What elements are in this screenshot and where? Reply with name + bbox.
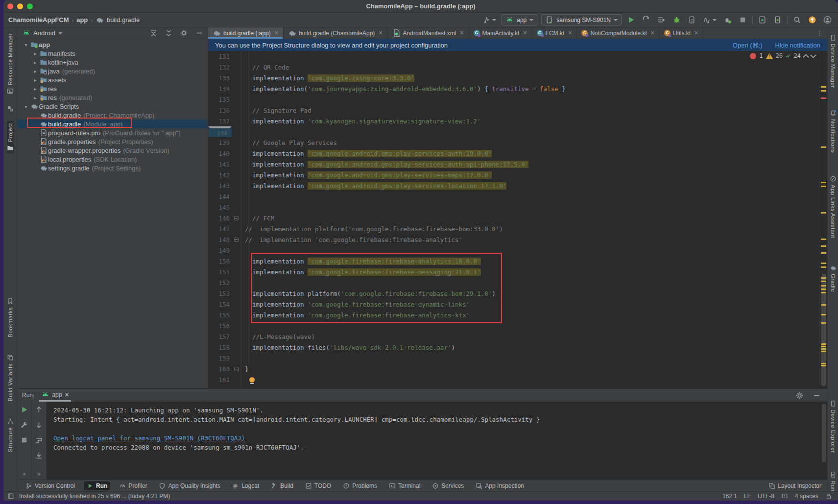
close-icon[interactable]: ✕: [64, 391, 69, 398]
close-icon[interactable]: ✕: [274, 30, 279, 36]
chevron-right-icon[interactable]: ▸: [31, 60, 39, 65]
layout-inspector-button[interactable]: Layout Inspector: [778, 482, 821, 489]
fold-icon[interactable]: [234, 216, 239, 220]
tool-window-button-logcat[interactable]: Logcat: [230, 481, 262, 490]
run-tab-app[interactable]: app ✕: [39, 389, 71, 402]
warning-count-icon[interactable]: [766, 53, 773, 59]
toolbar-device-manager-button[interactable]: [757, 15, 768, 25]
line-ending-widget[interactable]: LF: [744, 493, 751, 500]
toolbar-running-devices-button[interactable]: [772, 15, 783, 25]
stripe-button-resource-manager[interactable]: Resource Manager: [7, 31, 14, 96]
stripe-button-device-explorer[interactable]: Device Explorer: [830, 398, 837, 455]
tree-item-gradle-scripts[interactable]: ▾Gradle Scripts: [17, 102, 208, 111]
caret-position-widget[interactable]: 162:1: [722, 493, 737, 500]
tree-item-kotlin-java[interactable]: ▸kotlin+java: [17, 58, 208, 67]
next-problem-button[interactable]: [810, 52, 816, 58]
scroll-up-button[interactable]: [33, 405, 45, 415]
chevron-down-icon[interactable]: [58, 32, 62, 34]
scrollbar-thumb[interactable]: [821, 274, 826, 386]
chevron-down-icon[interactable]: ▾: [22, 104, 30, 109]
tab-build-gradle-app[interactable]: build.gradle (:app)✕: [208, 27, 284, 39]
tool-window-button-run[interactable]: Run: [84, 481, 110, 490]
tree-item-proguard-rules-pro-proguard-rules-for-app[interactable]: proguard-rules.pro (ProGuard Rules for "…: [17, 128, 208, 137]
notification-open-link[interactable]: Open (⌘;): [733, 42, 763, 49]
breadcrumb-chamomileappfcm[interactable]: ChamomileAppFCM: [8, 16, 69, 24]
scroll-to-end-button[interactable]: [33, 450, 45, 460]
close-icon[interactable]: ✕: [523, 30, 527, 36]
toolbar-debug-button[interactable]: [671, 15, 682, 25]
close-icon[interactable]: ✕: [650, 30, 655, 36]
stripe-button-build-variants[interactable]: Build Variants: [7, 352, 14, 403]
fold-marker[interactable]: [232, 363, 241, 374]
toolbar-profile-avatar-button[interactable]: [822, 15, 833, 25]
more-actions-button[interactable]: »: [37, 471, 40, 477]
tool-window-button-version-control[interactable]: Version Control: [23, 481, 77, 490]
stripe-button-bookmarks[interactable]: Bookmarks: [7, 296, 14, 339]
tree-item-gradle-properties-project-properties[interactable]: gradle.properties (Project Properties): [17, 137, 208, 146]
stop-process-button[interactable]: [19, 435, 30, 445]
breadcrumb-build-gradle[interactable]: build.gradle: [107, 16, 140, 24]
fold-marker[interactable]: [232, 234, 241, 245]
tool-window-button-todo[interactable]: TODO: [303, 481, 334, 490]
hide-run-panel-button[interactable]: [811, 390, 822, 401]
device-select[interactable]: samsung SM-S901N: [541, 14, 622, 25]
project-collapse-all-button[interactable]: [148, 28, 159, 38]
toolbar-sync-button[interactable]: [481, 15, 498, 25]
close-icon[interactable]: ✕: [568, 30, 572, 36]
chevron-down-icon[interactable]: ▾: [22, 42, 30, 48]
toolbar-restart-button[interactable]: [641, 15, 652, 25]
run-console[interactable]: 2024-05-30 16:21:12: Launching app on 's…: [47, 402, 827, 480]
stripe-button-gradle[interactable]: Gradle: [830, 263, 837, 294]
tab-androidmanifest-xml[interactable]: AndroidManifest.xml✕: [388, 27, 469, 39]
toolbar-attach-debugger-button[interactable]: C: [686, 15, 697, 25]
code-editor[interactable]: 131132 // QR Code133 implementation 'com…: [208, 51, 827, 388]
tree-item-res[interactable]: ▸res: [17, 84, 208, 93]
project-view-selector[interactable]: Android: [33, 29, 55, 37]
console-logcat-link[interactable]: Open logcat panel for samsung SM-S901N (…: [53, 434, 245, 442]
tree-item-build-gradle-module-app[interactable]: build.gradle (Module :app): [17, 120, 208, 128]
previous-problem-button[interactable]: [803, 54, 809, 60]
tool-window-button-problems[interactable]: Problems: [340, 481, 380, 490]
tree-item-res-generated[interactable]: ▸res (generated): [17, 93, 208, 102]
tree-item-settings-gradle-project-settings[interactable]: settings.gradle (Project Settings): [17, 164, 208, 172]
stripe-button-structure[interactable]: Structure: [7, 416, 14, 454]
more-actions-button[interactable]: »: [23, 471, 25, 477]
chevron-right-icon[interactable]: ▸: [31, 77, 39, 83]
tree-item-build-gradle-project-chamomileapp[interactable]: build.gradle (Project: ChamomileApp): [17, 111, 208, 120]
run-settings-button[interactable]: [794, 390, 805, 401]
toolbar-run-button[interactable]: [625, 15, 637, 25]
tool-window-button-build[interactable]: Build: [268, 481, 296, 490]
error-count-icon[interactable]: [750, 53, 756, 59]
rerun-button[interactable]: [19, 405, 30, 415]
fold-marker[interactable]: [232, 213, 241, 223]
tree-item-java-generated[interactable]: ▸java (generated): [17, 67, 208, 75]
stripe-button-favorites[interactable]: [7, 103, 14, 114]
error-stripe[interactable]: [819, 51, 827, 388]
tool-window-button-terminal[interactable]: Terminal: [386, 481, 423, 490]
close-icon[interactable]: ✕: [378, 30, 383, 36]
intention-bulb-icon[interactable]: [249, 377, 255, 383]
toolbar-apply-changes-button[interactable]: [656, 15, 667, 25]
edit-configuration-button[interactable]: [19, 420, 30, 430]
breadcrumb-app[interactable]: app: [76, 16, 88, 24]
project-expand-all-button[interactable]: [163, 28, 174, 38]
tool-window-button-profiler[interactable]: Profiler: [117, 481, 149, 490]
project-hide-panel-button[interactable]: [193, 28, 205, 38]
chevron-right-icon[interactable]: ▸: [31, 51, 39, 56]
tab-fcm-kt[interactable]: CFCM.kt✕: [532, 27, 577, 39]
tree-item-app[interactable]: ▾app: [17, 40, 208, 49]
notification-hide-link[interactable]: Hide notification: [775, 42, 821, 49]
run-configuration-select[interactable]: app: [502, 14, 537, 25]
toolbar-profiler-button[interactable]: [701, 15, 718, 25]
stripe-button-device-manager[interactable]: Device Manager: [830, 32, 837, 90]
tab-build-gradle-chamomileapp[interactable]: build.gradle (ChamomileApp)✕: [284, 27, 388, 39]
chevron-right-icon[interactable]: ▸: [31, 69, 39, 74]
tool-window-button-app-inspection[interactable]: App Inspection: [473, 481, 526, 490]
close-icon[interactable]: ✕: [459, 30, 464, 36]
fold-icon[interactable]: [234, 238, 239, 242]
tree-item-assets[interactable]: ▸assets: [17, 75, 208, 84]
soft-wrap-button[interactable]: [33, 435, 45, 445]
scroll-down-button[interactable]: [33, 420, 45, 430]
stripe-button-app-links-assistant[interactable]: App Links Assistant: [830, 173, 837, 240]
fold-icon[interactable]: [234, 367, 239, 371]
